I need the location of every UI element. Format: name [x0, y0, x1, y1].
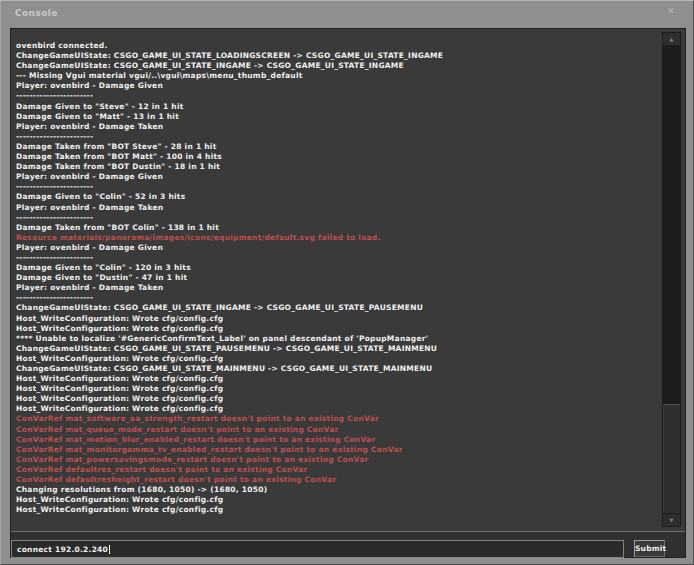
console-window: Console ✕ ovenbird connected.ChangeGameU… — [0, 0, 694, 565]
text-cursor — [109, 545, 110, 554]
console-line: ----------------------- — [16, 182, 659, 192]
scrollbar[interactable]: ▲ ▼ — [662, 32, 681, 527]
console-line: ----------------------- — [16, 293, 659, 303]
console-lines: ovenbird connected.ChangeGameUIState: CS… — [16, 41, 659, 515]
console-line: ChangeGameUIState: CSGO_GAME_UI_STATE_MA… — [16, 364, 659, 374]
command-input-value: connect 192.0.2.240 — [17, 545, 110, 554]
scroll-down-icon[interactable]: ▼ — [663, 514, 680, 526]
console-line: ----------------------- — [16, 91, 659, 101]
console-line: Player: ovenbird - Damage Given — [16, 172, 659, 182]
console-line: ChangeGameUIState: CSGO_GAME_UI_STATE_IN… — [16, 303, 659, 313]
scroll-up-icon[interactable]: ▲ — [663, 33, 680, 45]
console-line: Host_WriteConfiguration: Wrote cfg/confi… — [16, 384, 659, 394]
console-line: Damage Given to "Colin" - 120 in 3 hits — [16, 263, 659, 273]
console-line: Host_WriteConfiguration: Wrote cfg/confi… — [16, 495, 659, 505]
console-line: ----------------------- — [16, 132, 659, 142]
console-line: ConVarRef mat_software_aa_strength_resta… — [16, 414, 659, 424]
console-line: Damage Taken from "BOT Steve" - 28 in 1 … — [16, 142, 659, 152]
console-line: Host_WriteConfiguration: Wrote cfg/confi… — [16, 505, 659, 515]
console-line: Host_WriteConfiguration: Wrote cfg/confi… — [16, 374, 659, 384]
console-line: ChangeGameUIState: CSGO_GAME_UI_STATE_IN… — [16, 61, 659, 71]
title-bar[interactable]: Console ✕ — [2, 1, 692, 28]
console-line: Damage Taken from "BOT Matt" - 100 in 4 … — [16, 152, 659, 162]
console-line: --- Missing Vgui material vgui/..\vgui\m… — [16, 71, 659, 81]
console-client-area: ovenbird connected.ChangeGameUIState: CS… — [10, 28, 686, 558]
console-line: ConVarRef defaultres_restart doesn't poi… — [16, 465, 659, 475]
console-line: ChangeGameUIState: CSGO_GAME_UI_STATE_LO… — [16, 51, 659, 61]
submit-button[interactable]: Submit — [634, 540, 665, 557]
console-output-panel[interactable]: ovenbird connected.ChangeGameUIState: CS… — [11, 29, 685, 532]
console-command-input[interactable]: connect 192.0.2.240 — [11, 540, 624, 558]
console-line: ChangeGameUIState: CSGO_GAME_UI_STATE_PA… — [16, 344, 659, 354]
console-line: Damage Given to "Steve" - 12 in 1 hit — [16, 102, 659, 112]
console-line: ConVarRef mat_monitorgamma_tv_enabled_re… — [16, 445, 659, 455]
console-line: Damage Given to "Colin" - 52 in 3 hits — [16, 192, 659, 202]
console-line: Player: ovenbird - Damage Given — [16, 81, 659, 91]
console-line: Host_WriteConfiguration: Wrote cfg/confi… — [16, 314, 659, 324]
console-line: Damage Taken from "BOT Dustin" - 18 in 1… — [16, 162, 659, 172]
console-line: ConVarRef defaultresheight_restart doesn… — [16, 475, 659, 485]
console-line: Host_WriteConfiguration: Wrote cfg/confi… — [16, 404, 659, 414]
console-line: Changing resolutions from (1680, 1050) -… — [16, 485, 659, 495]
console-line: Damage Given to "Matt" - 13 in 1 hit — [16, 112, 659, 122]
console-line: ----------------------- — [16, 213, 659, 223]
console-line: **** Unable to localize '#GenericConfirm… — [16, 334, 659, 344]
console-line: Player: ovenbird - Damage Given — [16, 243, 659, 253]
console-line: ConVarRef mat_motion_blur_enabled_restar… — [16, 435, 659, 445]
console-line: Host_WriteConfiguration: Wrote cfg/confi… — [16, 394, 659, 404]
console-line: ConVarRef mat_powersavingsmode_restart d… — [16, 455, 659, 465]
console-line: Damage Taken from "BOT Colin" - 138 in 1… — [16, 223, 659, 233]
console-line: Player: ovenbird - Damage Taken — [16, 203, 659, 213]
console-line: Player: ovenbird - Damage Taken — [16, 122, 659, 132]
window-title: Console — [15, 8, 58, 18]
console-line: Resource materials/panorama/images/icons… — [16, 233, 659, 243]
console-line: Host_WriteConfiguration: Wrote cfg/confi… — [16, 354, 659, 364]
scrollbar-thumb[interactable] — [663, 404, 680, 513]
console-line: ConVarRef mat_queue_mode_restart doesn't… — [16, 425, 659, 435]
console-line: ovenbird connected. — [16, 41, 659, 51]
console-line: Host_WriteConfiguration: Wrote cfg/confi… — [16, 324, 659, 334]
console-line: Damage Given to "Dustin" - 47 in 1 hit — [16, 273, 659, 283]
close-icon[interactable]: ✕ — [665, 5, 677, 17]
console-line: Player: ovenbird - Damage Taken — [16, 283, 659, 293]
console-line: ----------------------- — [16, 253, 659, 263]
